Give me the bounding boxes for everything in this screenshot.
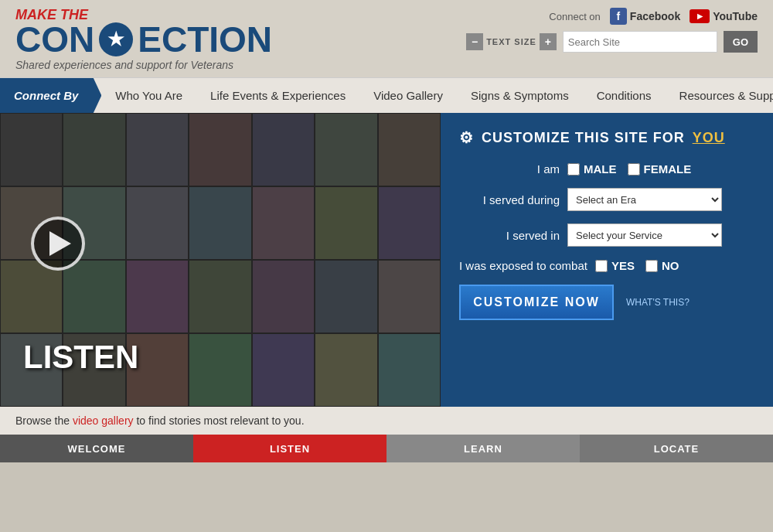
photo-cell xyxy=(126,186,189,260)
main-content: LISTEN ⚙ CUSTOMIZE THIS SITE FOR YOU I a… xyxy=(0,113,773,407)
youtube-link[interactable]: ▶ YouTube xyxy=(690,9,758,23)
photo-cell xyxy=(189,260,251,333)
logo-text-con: CON xyxy=(15,22,94,57)
nav-item-conditions[interactable]: Conditions xyxy=(583,78,666,113)
photo-cell xyxy=(378,113,441,186)
i-am-label: I am xyxy=(459,162,560,176)
photo-cell xyxy=(252,333,315,407)
listen-text: LISTEN xyxy=(23,339,138,376)
photo-cell xyxy=(0,113,63,186)
photo-cell xyxy=(126,113,189,186)
play-icon xyxy=(49,231,71,256)
tab-listen[interactable]: LISTEN xyxy=(193,435,386,462)
video-gallery-link[interactable]: video gallery xyxy=(73,414,134,427)
logo-connection: CON ★ ECTION xyxy=(15,22,272,57)
gear-icon: ⚙ xyxy=(459,128,474,147)
bottom-tabs: WELCOME LISTEN LEARN LOCATE xyxy=(0,435,773,462)
logo-area: MAKE THE CON ★ ECTION Shared experiences… xyxy=(15,8,272,71)
tab-welcome[interactable]: WELCOME xyxy=(0,435,193,462)
customize-bottom-row: CUSTOMIZE NOW WHAT'S THIS? xyxy=(459,285,754,320)
nav-item-life-events[interactable]: Life Events & Experiences xyxy=(196,78,359,113)
photo-cell xyxy=(252,186,315,260)
yes-label: YES xyxy=(611,259,635,272)
whats-this-link[interactable]: WHAT'S THIS? xyxy=(626,297,690,308)
you-highlight: YOU xyxy=(693,130,725,146)
exposed-row: I was exposed to combat YES NO xyxy=(459,259,754,272)
search-input[interactable] xyxy=(563,31,717,53)
browse-text2: to find stories most relevant to you. xyxy=(136,414,304,427)
text-decrease-button[interactable]: − xyxy=(466,33,483,50)
served-in-label: I served in xyxy=(459,229,560,242)
photo-cell xyxy=(315,113,377,186)
no-checkbox[interactable] xyxy=(645,260,658,272)
customize-now-button[interactable]: CUSTOMIZE NOW xyxy=(459,285,614,320)
male-checkbox-item[interactable]: MALE xyxy=(567,162,617,176)
nav-item-who-you-are[interactable]: Who You Are xyxy=(101,78,196,113)
photo-cell xyxy=(315,186,377,260)
facebook-label: Facebook xyxy=(630,10,680,22)
photo-cell xyxy=(378,260,441,333)
nav-item-signs-symptoms[interactable]: Signs & Symptoms xyxy=(457,78,583,113)
photo-cell xyxy=(63,113,125,186)
text-increase-button[interactable]: + xyxy=(540,33,557,50)
photo-cell xyxy=(126,260,189,333)
video-section: LISTEN xyxy=(0,113,441,407)
header-right: Connect on f Facebook ▶ YouTube − TEXT S… xyxy=(466,8,758,53)
header: MAKE THE CON ★ ECTION Shared experiences… xyxy=(0,0,773,77)
facebook-icon: f xyxy=(610,8,627,25)
tab-locate[interactable]: LOCATE xyxy=(580,435,773,462)
photo-cell xyxy=(189,333,251,407)
youtube-label: YouTube xyxy=(713,10,758,22)
served-during-label: I served during xyxy=(459,193,560,206)
photo-cell xyxy=(252,260,315,333)
text-size-label: TEXT SIZE xyxy=(486,37,536,46)
main-nav: Connect By Who You Are Life Events & Exp… xyxy=(0,77,773,113)
nav-item-resources[interactable]: Resources & Support xyxy=(666,78,773,113)
customize-header: ⚙ CUSTOMIZE THIS SITE FOR YOU xyxy=(459,128,754,147)
service-select[interactable]: Select your Service Army Navy Marines Ai… xyxy=(567,223,722,247)
served-in-row: I served in Select your Service Army Nav… xyxy=(459,223,754,247)
customize-title: CUSTOMIZE THIS SITE FOR xyxy=(482,130,685,146)
i-am-row: I am MALE FEMALE xyxy=(459,162,754,176)
male-label: MALE xyxy=(584,162,617,176)
connect-on-label: Connect on xyxy=(549,11,601,22)
browse-text: Browse the xyxy=(15,414,70,427)
logo-tagline: Shared experiences and support for Veter… xyxy=(15,59,272,71)
customize-panel: ⚙ CUSTOMIZE THIS SITE FOR YOU I am MALE … xyxy=(441,113,773,407)
photo-cell xyxy=(189,186,251,260)
play-button[interactable] xyxy=(31,217,85,271)
photo-cell xyxy=(378,186,441,260)
era-select[interactable]: Select an Era World War II Korean War Vi… xyxy=(567,188,722,211)
male-checkbox[interactable] xyxy=(567,163,580,176)
gender-checkbox-group: MALE FEMALE xyxy=(567,162,691,176)
yes-checkbox[interactable] xyxy=(595,260,608,272)
served-during-row: I served during Select an Era World War … xyxy=(459,188,754,211)
photo-cell xyxy=(252,113,315,186)
nav-item-connect-by[interactable]: Connect By xyxy=(0,78,101,113)
photo-cell xyxy=(378,333,441,407)
browse-bar: Browse the video gallery to find stories… xyxy=(0,407,773,435)
exposed-label: I was exposed to combat xyxy=(459,259,587,272)
no-label: NO xyxy=(662,259,679,272)
female-checkbox[interactable] xyxy=(628,163,640,176)
photo-cell xyxy=(189,113,251,186)
female-label: FEMALE xyxy=(644,162,692,176)
connect-on: Connect on f Facebook ▶ YouTube xyxy=(549,8,758,25)
youtube-icon: ▶ xyxy=(690,9,710,23)
facebook-link[interactable]: f Facebook xyxy=(610,8,680,25)
female-checkbox-item[interactable]: FEMALE xyxy=(628,162,692,176)
logo-star: ★ xyxy=(99,22,133,56)
photo-cell xyxy=(315,260,377,333)
yes-checkbox-item[interactable]: YES xyxy=(595,259,635,272)
photo-cell xyxy=(315,333,377,407)
combat-checkbox-group: YES NO xyxy=(595,259,679,272)
search-go-button[interactable]: GO xyxy=(724,31,758,53)
no-checkbox-item[interactable]: NO xyxy=(645,259,679,272)
tab-learn[interactable]: LEARN xyxy=(386,435,580,462)
search-bar: − TEXT SIZE + GO xyxy=(466,31,758,53)
photo-cell xyxy=(0,260,63,333)
nav-item-video-gallery[interactable]: Video Gallery xyxy=(359,78,457,113)
logo-text-ection: ECTION xyxy=(138,22,272,57)
photo-cell xyxy=(63,260,125,333)
text-size-controls: − TEXT SIZE + xyxy=(466,33,557,50)
